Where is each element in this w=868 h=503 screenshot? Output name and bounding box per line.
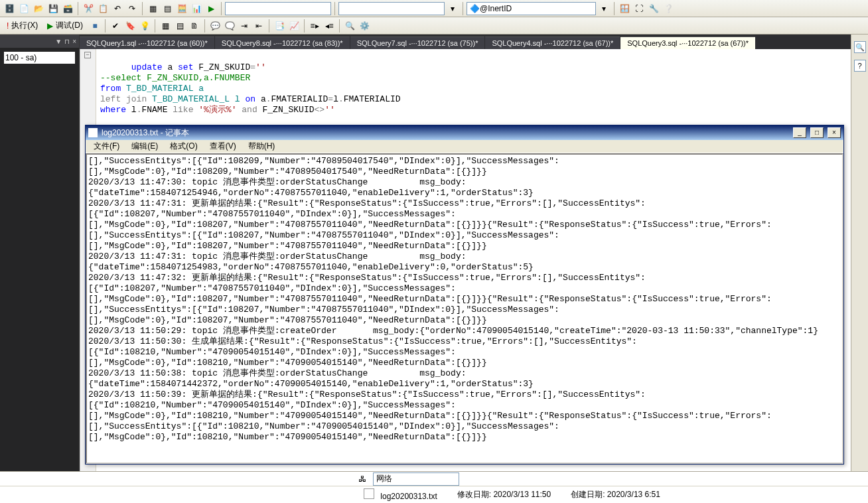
outdent-icon[interactable]: ⇤: [252, 19, 265, 33]
collapse-icon[interactable]: −: [84, 52, 91, 58]
debug-label: 调试(D): [56, 20, 83, 31]
param-combo[interactable]: 🔷 @InertID: [467, 2, 596, 15]
results-text-icon[interactable]: ▤: [173, 19, 186, 33]
minimize-button[interactable]: _: [793, 127, 806, 138]
notepad-menubar: 文件(F) 编辑(E) 格式(O) 查看(V) 帮助(H): [86, 140, 843, 153]
bookmark-icon[interactable]: 🔖: [123, 19, 137, 33]
network-combo[interactable]: 网络: [373, 472, 459, 486]
results-grid-icon[interactable]: ▦: [159, 19, 172, 33]
prop-icon[interactable]: 🔧: [647, 2, 660, 15]
menu-edit[interactable]: 编辑(E): [126, 139, 163, 153]
kw-from: from: [100, 84, 121, 94]
play-icon: ▶: [47, 21, 53, 31]
menu-format[interactable]: 格式(O): [165, 139, 202, 153]
close-icon[interactable]: ×: [72, 38, 76, 45]
param-sigil: 🔷: [470, 4, 480, 13]
specify-values-icon[interactable]: 📑: [273, 19, 286, 33]
window-split-icon[interactable]: 🪟: [618, 2, 631, 15]
trace-icon[interactable]: 📈: [287, 19, 301, 33]
tok: l: [126, 105, 137, 115]
tab-sqlquery8[interactable]: SQLQuery8.sql -···1022712 (sa (83))*: [215, 36, 350, 49]
execute-button[interactable]: ! 执行(X): [3, 19, 42, 33]
help-icon[interactable]: ❔: [662, 2, 675, 15]
tab-sqlquery7[interactable]: SQLQuery7.sql -···1022712 (sa (75))*: [350, 36, 485, 49]
menu-file[interactable]: 文件(F): [88, 139, 125, 153]
bottom-nav: 🖧 网络: [0, 472, 868, 486]
file-details: log20200313.txt 修改日期: 2020/3/13 11:50 创建…: [0, 486, 868, 502]
created-date: 创建日期: 2020/3/13 6:51: [571, 489, 660, 500]
check-icon[interactable]: ✔: [109, 19, 122, 33]
dropdown-icon[interactable]: ▾: [446, 2, 459, 15]
tok: l: [333, 94, 338, 104]
sidebar-header: ▼ ⊓ ×: [0, 35, 79, 48]
run-icon[interactable]: ▶: [204, 2, 218, 15]
tok: and: [236, 105, 257, 115]
uncomment-icon[interactable]: 🗨️: [223, 19, 236, 33]
fullscreen-icon[interactable]: ⛶: [632, 2, 646, 15]
indent-inc-icon[interactable]: ≡▸: [308, 19, 321, 33]
pin-icon[interactable]: ⊓: [64, 38, 70, 45]
file-entry[interactable]: log20200313.txt: [364, 488, 437, 501]
notepad-textarea[interactable]: [],"SuccessEntitys":[{"Id":108209,"Numbe…: [86, 153, 843, 464]
results-file-icon[interactable]: 🗎: [188, 19, 201, 33]
separator: [614, 2, 615, 15]
tok: F_ZN_SKUID: [257, 105, 315, 115]
debug-button[interactable]: ▶ 调试(D): [43, 19, 87, 33]
maximize-button[interactable]: □: [810, 127, 824, 138]
tab-sqlquery4[interactable]: SQLQuery4.sql -···1022712 (sa (67))*: [485, 36, 620, 49]
tok: on: [245, 94, 255, 104]
kw-left: left: [100, 94, 121, 104]
undo-icon[interactable]: ↶: [111, 2, 124, 15]
intellisense-icon[interactable]: 💡: [138, 19, 151, 33]
open-folder-icon[interactable]: 📂: [32, 2, 45, 15]
tok: F_ZN_SKUID: [193, 62, 250, 72]
separator: [269, 19, 269, 33]
indent-icon[interactable]: ⇥: [238, 19, 251, 33]
tok: FMATERIALID: [344, 94, 401, 104]
close-button[interactable]: ×: [828, 127, 841, 138]
cut-icon[interactable]: ✂️: [82, 2, 95, 15]
indent-dec-icon[interactable]: ◂≡: [323, 19, 336, 33]
stop-icon[interactable]: ■: [88, 19, 102, 33]
right-tool-strip: 🔍 ?: [851, 35, 868, 503]
tab-sqlquery1[interactable]: SQLQuery1.sql -···1022712 (sa (60))*: [80, 36, 214, 49]
search-icon[interactable]: 🔍: [854, 41, 866, 53]
redo-icon[interactable]: ↷: [125, 2, 139, 15]
open-file-icon[interactable]: 📄: [17, 2, 31, 15]
notepad-window: log20200313.txt - 记事本 _ □ × 文件(F) 编辑(E) …: [85, 125, 844, 465]
open-db-icon[interactable]: 🗄️: [3, 2, 16, 15]
options-icon[interactable]: ⚙️: [358, 19, 371, 33]
copy-icon[interactable]: 📋: [96, 2, 109, 15]
notepad-title: log20200313.txt - 记事本: [102, 127, 789, 139]
notepad-titlebar[interactable]: log20200313.txt - 记事本 _ □ ×: [86, 125, 843, 140]
find-icon[interactable]: 🔍: [343, 19, 356, 33]
save-icon[interactable]: 💾: [46, 2, 60, 15]
object-explorer: ▼ ⊓ × 100 - sa): [0, 35, 80, 503]
save-all-icon[interactable]: 🗃️: [61, 2, 74, 15]
toolbar-primary: 🗄️ 📄 📂 💾 🗃️ ✂️ 📋 ↶ ↷ ▦ ▤ 🧮 📊 ▶ ▾ 🔷 @Iner…: [0, 0, 868, 17]
database-combo[interactable]: [225, 2, 331, 15]
tab-sqlquery3[interactable]: SQLQuery3.sql -···1022712 (sa (67))*: [620, 36, 755, 49]
tok: join: [121, 94, 147, 104]
tok: T_BD_MATERIAL_L l: [147, 94, 245, 104]
dropdown-icon[interactable]: ▾: [597, 2, 611, 15]
toolbar-secondary: ! 执行(X) ▶ 调试(D) ■ ✔ 🔖 💡 ▦ ▤ 🗎 💬 🗨️ ⇥ ⇤ 📑…: [0, 17, 868, 35]
comment-icon[interactable]: 💬: [208, 19, 222, 33]
empty-combo[interactable]: [338, 2, 445, 15]
tok: a: [255, 94, 266, 104]
network-icon: 🖧: [358, 474, 366, 484]
stats-icon[interactable]: 📊: [190, 2, 203, 15]
results-icon[interactable]: ▤: [161, 2, 174, 15]
param-combo-text: @InertID: [480, 4, 512, 13]
menu-view[interactable]: 查看(V): [204, 139, 242, 153]
file-name: log20200313.txt: [380, 492, 437, 501]
tok: FNAME: [141, 105, 173, 115]
kw-where: where: [100, 105, 126, 115]
tok: '%演示%': [193, 105, 236, 115]
plan-icon[interactable]: 🧮: [175, 2, 188, 15]
tok: =: [328, 94, 333, 104]
dropdown-icon[interactable]: ▼: [55, 38, 62, 45]
help-icon[interactable]: ?: [854, 60, 866, 72]
table-icon[interactable]: ▦: [146, 2, 159, 15]
menu-help[interactable]: 帮助(H): [243, 139, 281, 153]
